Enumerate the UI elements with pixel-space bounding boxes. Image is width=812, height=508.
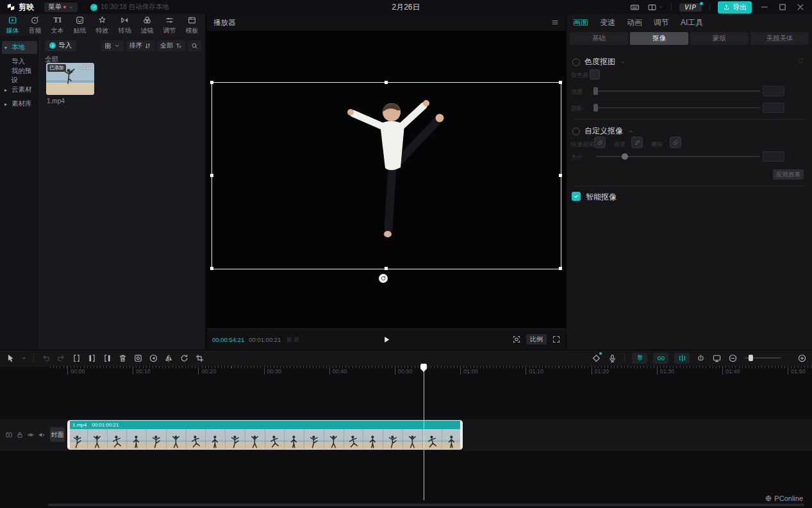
shadow-value-input[interactable] bbox=[763, 103, 784, 113]
sidebar-item-import[interactable]: 导入 bbox=[2, 55, 37, 68]
chevron-up-icon[interactable] bbox=[627, 128, 634, 135]
minimize-button[interactable] bbox=[759, 2, 770, 12]
selection-handle[interactable] bbox=[210, 267, 213, 270]
brush-size-value-input[interactable] bbox=[763, 151, 784, 162]
reset-icon[interactable] bbox=[797, 57, 804, 64]
apply-effect-button[interactable]: 应用效果 bbox=[773, 169, 804, 180]
tab-template[interactable]: 模板 bbox=[181, 14, 203, 36]
cursor-button[interactable] bbox=[5, 353, 15, 363]
inspector-subtab-basic[interactable]: 基础 bbox=[570, 32, 628, 45]
timeline-zoom-slider[interactable] bbox=[745, 353, 781, 362]
filter-button[interactable]: 全部 bbox=[157, 40, 185, 51]
inspector-tab-animation[interactable]: 动画 bbox=[627, 17, 642, 28]
inspector-tab-picture[interactable]: 画面 bbox=[573, 17, 588, 28]
media-clip-thumbnail[interactable]: 已添加 01:01 bbox=[46, 63, 94, 95]
chevron-down-button[interactable] bbox=[21, 353, 27, 363]
tab-effects[interactable]: 特效 bbox=[91, 14, 113, 36]
tool-quick-brush-button[interactable] bbox=[594, 137, 606, 148]
chroma-key-toggle[interactable] bbox=[572, 58, 580, 66]
tab-transition[interactable]: 转场 bbox=[113, 14, 136, 36]
inspector-tab-ai[interactable]: AI工具 bbox=[681, 17, 703, 28]
intensity-slider-handle[interactable] bbox=[593, 87, 598, 95]
freeze-frame-button[interactable] bbox=[133, 353, 143, 363]
tool-brush-button[interactable] bbox=[631, 137, 643, 148]
split-left-button[interactable] bbox=[87, 353, 97, 363]
keyboard-shortcuts-icon[interactable] bbox=[630, 3, 640, 12]
sidebar-item-local[interactable]: ▾本地 bbox=[2, 41, 37, 54]
export-button[interactable]: 导出 bbox=[718, 1, 752, 13]
timeline-ruler[interactable]: 00:0000:1000:2000:3000:4000:5001:0001:10… bbox=[48, 366, 812, 377]
custom-keying-toggle[interactable] bbox=[572, 128, 580, 135]
selection-box[interactable] bbox=[211, 82, 561, 269]
video-preview[interactable] bbox=[207, 31, 566, 328]
intensity-value-input[interactable] bbox=[763, 86, 784, 96]
view-mode-button[interactable] bbox=[101, 40, 124, 51]
layout-button[interactable] bbox=[647, 3, 663, 12]
inspector-subtab-keying[interactable]: 抠像 bbox=[630, 32, 688, 45]
maximize-button[interactable] bbox=[777, 2, 788, 12]
rotate-handle[interactable] bbox=[379, 274, 388, 283]
mirror-view-button[interactable] bbox=[695, 353, 706, 363]
smart-keying-checkbox[interactable] bbox=[572, 192, 581, 201]
mute-track-icon[interactable] bbox=[38, 431, 46, 439]
sidebar-item-library[interactable]: ▸素材库 bbox=[2, 97, 37, 110]
preview-axis-button[interactable] bbox=[674, 353, 690, 364]
sidebar-item-presets[interactable]: 我的预设 bbox=[2, 69, 37, 82]
sort-button[interactable]: 排序 bbox=[126, 40, 154, 51]
selection-handle[interactable] bbox=[210, 174, 213, 177]
brush-size-stepper[interactable] bbox=[787, 151, 792, 162]
link-button[interactable] bbox=[653, 353, 668, 364]
magnet-button[interactable] bbox=[632, 353, 647, 364]
lock-track-icon[interactable] bbox=[16, 431, 24, 439]
split-right-button[interactable] bbox=[102, 353, 112, 363]
inspector-tab-speed[interactable]: 变速 bbox=[600, 17, 615, 28]
play-button[interactable] bbox=[383, 335, 391, 344]
trash-button[interactable] bbox=[117, 353, 128, 363]
inspector-tab-adjust[interactable]: 调节 bbox=[654, 17, 669, 28]
hide-track-icon[interactable] bbox=[27, 431, 35, 439]
split-button[interactable] bbox=[71, 353, 81, 363]
tab-sticker[interactable]: 贴纸 bbox=[69, 14, 91, 36]
zoom-slider-knob[interactable] bbox=[749, 355, 753, 361]
intensity-stepper[interactable] bbox=[787, 86, 792, 96]
ratio-button[interactable]: 比例 bbox=[526, 334, 547, 344]
tab-text[interactable]: TI文本 bbox=[46, 14, 69, 36]
tab-audio[interactable]: 音频 bbox=[24, 14, 46, 36]
reverse-play-button[interactable] bbox=[148, 353, 158, 363]
brush-size-slider[interactable] bbox=[596, 156, 760, 157]
search-button[interactable] bbox=[188, 40, 201, 51]
vip-badge[interactable]: VIP bbox=[679, 3, 702, 12]
sidebar-item-cloud[interactable]: ▸云素材 bbox=[2, 83, 37, 96]
intensity-slider[interactable] bbox=[596, 90, 760, 92]
color-picker-swatch[interactable] bbox=[590, 69, 600, 80]
keyframe-button[interactable] bbox=[591, 353, 601, 363]
close-button[interactable] bbox=[795, 2, 806, 12]
tab-adjust[interactable]: 调节 bbox=[158, 14, 181, 36]
panel-button[interactable] bbox=[711, 353, 722, 363]
selection-handle[interactable] bbox=[559, 81, 562, 84]
undo-button[interactable] bbox=[40, 353, 51, 363]
selection-handle[interactable] bbox=[559, 174, 562, 177]
zoom-out-button[interactable] bbox=[727, 353, 738, 363]
tab-filter[interactable]: 滤镜 bbox=[136, 14, 158, 36]
player-menu-icon[interactable] bbox=[551, 18, 559, 27]
selection-handle[interactable] bbox=[385, 267, 388, 270]
timeline-clip[interactable]: 1.mp4 00:01:00:21 bbox=[67, 420, 463, 450]
rotate-button[interactable] bbox=[179, 353, 189, 363]
selection-handle[interactable] bbox=[385, 81, 388, 84]
tool-eraser-button[interactable] bbox=[670, 137, 681, 148]
inspector-subtab-beauty[interactable]: 美颜美体 bbox=[750, 32, 809, 45]
brush-size-slider-handle[interactable] bbox=[622, 153, 628, 160]
mirror-button[interactable] bbox=[163, 353, 174, 363]
fullscreen-icon[interactable] bbox=[552, 335, 561, 344]
shadow-slider-handle[interactable] bbox=[593, 104, 598, 112]
cover-button[interactable]: 封面 bbox=[50, 427, 65, 442]
redo-button[interactable] bbox=[56, 353, 66, 363]
menu-button[interactable]: 菜单 bbox=[44, 3, 78, 12]
tab-media[interactable]: 媒体 bbox=[1, 14, 24, 36]
crop-button[interactable] bbox=[194, 353, 204, 363]
shadow-slider[interactable] bbox=[596, 107, 760, 108]
selection-handle[interactable] bbox=[559, 267, 562, 270]
microphone-button[interactable] bbox=[607, 353, 617, 363]
import-button[interactable]: 导入 bbox=[45, 40, 76, 51]
